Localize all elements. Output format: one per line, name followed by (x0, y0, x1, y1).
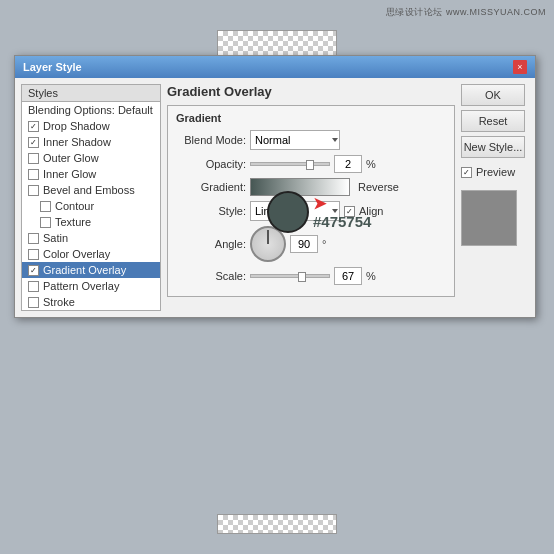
scale-slider[interactable] (250, 274, 330, 278)
checkbox-stroke[interactable] (28, 297, 39, 308)
style-item-contour[interactable]: Contour (22, 198, 160, 214)
preview-row: Preview (461, 166, 529, 178)
opacity-input[interactable]: 2 (334, 155, 362, 173)
style-item-stroke[interactable]: Stroke (22, 294, 160, 310)
scale-row: Scale: 67 % (176, 267, 446, 285)
color-hex: #475754 (313, 213, 371, 230)
style-item-bevel-emboss[interactable]: Bevel and Emboss (22, 182, 160, 198)
angle-label: Angle: (176, 238, 246, 250)
new-style-button[interactable]: New Style... (461, 136, 525, 158)
style-label-stroke: Stroke (43, 296, 75, 308)
preview-swatch (461, 190, 517, 246)
scale-thumb (298, 272, 306, 282)
style-label-satin: Satin (43, 232, 68, 244)
opacity-slider[interactable] (250, 162, 330, 166)
styles-panel: Styles Blending Options: DefaultDrop Sha… (21, 84, 161, 311)
dialog-titlebar: Layer Style × (15, 56, 535, 78)
settings-title: Gradient Overlay (167, 84, 455, 101)
dialog-content: Styles Blending Options: DefaultDrop Sha… (15, 78, 535, 317)
scale-label: Scale: (176, 270, 246, 282)
scale-input[interactable]: 67 (334, 267, 362, 285)
checkbox-pattern-overlay[interactable] (28, 281, 39, 292)
style-item-inner-shadow[interactable]: Inner Shadow (22, 134, 160, 150)
blend-mode-select-wrapper: Normal (250, 130, 340, 150)
scale-percent: % (366, 270, 376, 282)
opacity-label: Opacity: (176, 158, 246, 170)
checkbox-texture[interactable] (40, 217, 51, 228)
style-label-blending-options: Blending Options: Default (28, 104, 153, 116)
checkbox-outer-glow[interactable] (28, 153, 39, 164)
styles-header: Styles (22, 85, 160, 102)
gradient-group-title: Gradient (176, 112, 446, 124)
style-label-bevel-emboss: Bevel and Emboss (43, 184, 135, 196)
opacity-thumb (306, 160, 314, 170)
style-label-color-overlay: Color Overlay (43, 248, 110, 260)
gradient-label: Gradient: (176, 181, 246, 193)
opacity-percent: % (366, 158, 376, 170)
dialog-title: Layer Style (23, 61, 82, 73)
style-label-inner-shadow: Inner Shadow (43, 136, 111, 148)
checkbox-inner-glow[interactable] (28, 169, 39, 180)
blend-mode-select[interactable]: Normal (250, 130, 340, 150)
buttons-panel: OK Reset New Style... Preview (461, 84, 529, 311)
checkbox-contour[interactable] (40, 201, 51, 212)
checkbox-satin[interactable] (28, 233, 39, 244)
reset-button[interactable]: Reset (461, 110, 525, 132)
checkbox-bevel-emboss[interactable] (28, 185, 39, 196)
ok-button[interactable]: OK (461, 84, 525, 106)
style-label-gradient-overlay: Gradient Overlay (43, 264, 126, 276)
style-item-satin[interactable]: Satin (22, 230, 160, 246)
preview-label: Preview (476, 166, 515, 178)
close-button[interactable]: × (513, 60, 527, 74)
checkbox-inner-shadow[interactable] (28, 137, 39, 148)
checkerboard-bottom (217, 514, 337, 534)
opacity-row: Opacity: 2 % (176, 155, 446, 173)
degree-symbol: ° (322, 238, 326, 250)
style-item-gradient-overlay[interactable]: Gradient Overlay (22, 262, 160, 278)
color-circle (267, 191, 309, 233)
checkbox-drop-shadow[interactable] (28, 121, 39, 132)
preview-checkbox[interactable] (461, 167, 472, 178)
color-info: ➤ #475754 (313, 194, 371, 230)
checkbox-color-overlay[interactable] (28, 249, 39, 260)
style-item-blending-options[interactable]: Blending Options: Default (22, 102, 160, 118)
watermark: 思绿设计论坛 www.MISSYUAN.COM (386, 6, 546, 19)
style-item-drop-shadow[interactable]: Drop Shadow (22, 118, 160, 134)
style-item-color-overlay[interactable]: Color Overlay (22, 246, 160, 262)
angle-input[interactable]: 90 (290, 235, 318, 253)
style-label: Style: (176, 205, 246, 217)
layer-style-dialog: Layer Style × Styles Blending Options: D… (14, 55, 536, 318)
style-item-outer-glow[interactable]: Outer Glow (22, 150, 160, 166)
styles-list: Blending Options: DefaultDrop ShadowInne… (22, 102, 160, 310)
style-label-texture: Texture (55, 216, 91, 228)
blend-mode-label: Blend Mode: (176, 134, 246, 146)
style-label-drop-shadow: Drop Shadow (43, 120, 110, 132)
style-item-texture[interactable]: Texture (22, 214, 160, 230)
style-item-inner-glow[interactable]: Inner Glow (22, 166, 160, 182)
style-label-pattern-overlay: Pattern Overlay (43, 280, 119, 292)
blend-mode-row: Blend Mode: Normal (176, 130, 446, 150)
style-label-outer-glow: Outer Glow (43, 152, 99, 164)
style-item-pattern-overlay[interactable]: Pattern Overlay (22, 278, 160, 294)
settings-panel: Gradient Overlay Gradient Blend Mode: No… (167, 84, 455, 311)
color-arrow-icon: ➤ (313, 194, 371, 213)
style-label-inner-glow: Inner Glow (43, 168, 96, 180)
style-label-contour: Contour (55, 200, 94, 212)
checkbox-gradient-overlay[interactable] (28, 265, 39, 276)
color-popup: ➤ #475754 (267, 191, 371, 233)
